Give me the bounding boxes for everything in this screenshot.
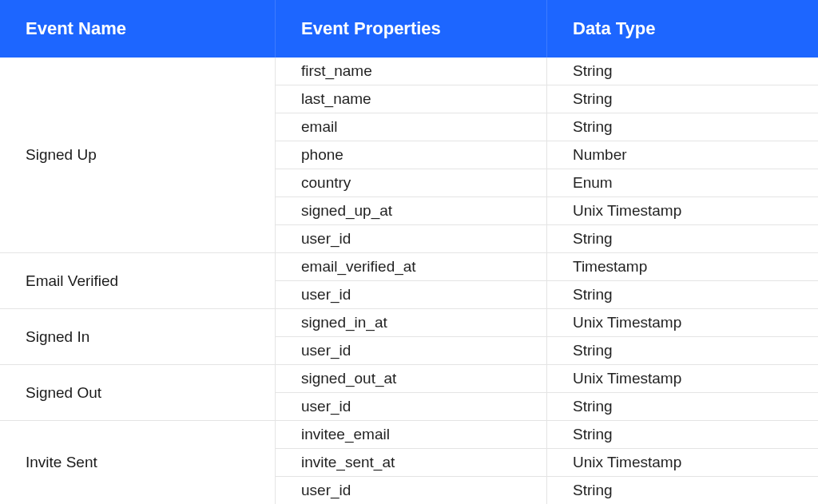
property-cell: user_id: [276, 281, 547, 309]
type-cell: Timestamp: [547, 253, 818, 281]
type-cell: String: [547, 281, 818, 309]
property-cell: last_name: [276, 85, 547, 113]
property-cell: email_verified_at: [276, 253, 547, 281]
property-cell: user_id: [276, 337, 547, 365]
property-cell: user_id: [276, 225, 547, 253]
type-cell: String: [547, 393, 818, 421]
type-cell: String: [547, 477, 818, 504]
type-cell: String: [547, 225, 818, 253]
property-cell: user_id: [276, 393, 547, 421]
property-cell: country: [276, 169, 547, 197]
header-event-properties: Event Properties: [276, 0, 547, 58]
type-cell: Unix Timestamp: [547, 365, 818, 393]
type-cell: Enum: [547, 169, 818, 197]
event-name-cell: Signed Up: [0, 58, 276, 253]
property-cell: phone: [276, 141, 547, 169]
event-name-cell: Email Verified: [0, 253, 276, 309]
type-cell: String: [547, 85, 818, 113]
property-cell: invite_sent_at: [276, 449, 547, 477]
events-table: Event Name Signed Up Email Verified Sign…: [0, 0, 818, 504]
column-event-properties: Event Properties first_name last_name em…: [276, 0, 547, 504]
property-cell: signed_in_at: [276, 309, 547, 337]
event-name-cell: Invite Sent: [0, 421, 276, 504]
type-cell: String: [547, 421, 818, 449]
event-name-cell: Signed Out: [0, 365, 276, 421]
type-cell: String: [547, 58, 818, 85]
property-cell: user_id: [276, 477, 547, 504]
property-cell: email: [276, 113, 547, 141]
type-cell: Unix Timestamp: [547, 197, 818, 225]
property-cell: first_name: [276, 58, 547, 85]
column-event-name: Event Name Signed Up Email Verified Sign…: [0, 0, 276, 504]
event-name-cell: Signed In: [0, 309, 276, 365]
header-data-type: Data Type: [547, 0, 818, 58]
property-cell: signed_out_at: [276, 365, 547, 393]
type-cell: String: [547, 113, 818, 141]
type-cell: Number: [547, 141, 818, 169]
property-cell: invitee_email: [276, 421, 547, 449]
type-cell: Unix Timestamp: [547, 309, 818, 337]
type-cell: String: [547, 337, 818, 365]
type-cell: Unix Timestamp: [547, 449, 818, 477]
property-cell: signed_up_at: [276, 197, 547, 225]
column-data-type: Data Type String String String Number En…: [547, 0, 818, 504]
header-event-name: Event Name: [0, 0, 276, 58]
